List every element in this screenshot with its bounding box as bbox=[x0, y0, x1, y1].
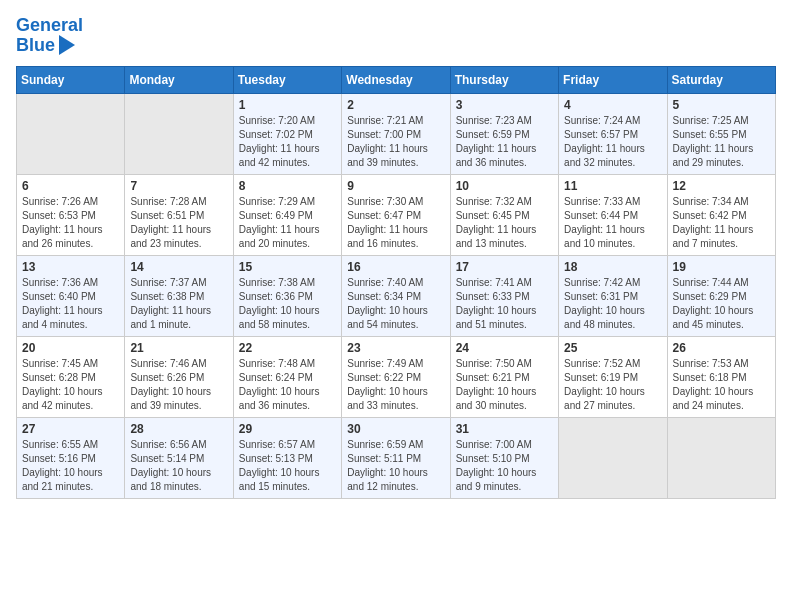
day-number: 22 bbox=[239, 341, 336, 355]
day-info: Sunrise: 7:38 AMSunset: 6:36 PMDaylight:… bbox=[239, 276, 336, 332]
day-info: Sunrise: 7:23 AMSunset: 6:59 PMDaylight:… bbox=[456, 114, 553, 170]
weekday-header-friday: Friday bbox=[559, 66, 667, 93]
calendar-day-cell: 27Sunrise: 6:55 AMSunset: 5:16 PMDayligh… bbox=[17, 417, 125, 498]
calendar-day-cell: 16Sunrise: 7:40 AMSunset: 6:34 PMDayligh… bbox=[342, 255, 450, 336]
calendar-day-cell bbox=[125, 93, 233, 174]
calendar-week-row: 20Sunrise: 7:45 AMSunset: 6:28 PMDayligh… bbox=[17, 336, 776, 417]
calendar-day-cell: 10Sunrise: 7:32 AMSunset: 6:45 PMDayligh… bbox=[450, 174, 558, 255]
day-info: Sunrise: 7:53 AMSunset: 6:18 PMDaylight:… bbox=[673, 357, 770, 413]
calendar-week-row: 27Sunrise: 6:55 AMSunset: 5:16 PMDayligh… bbox=[17, 417, 776, 498]
day-info: Sunrise: 7:24 AMSunset: 6:57 PMDaylight:… bbox=[564, 114, 661, 170]
calendar-day-cell: 13Sunrise: 7:36 AMSunset: 6:40 PMDayligh… bbox=[17, 255, 125, 336]
calendar-day-cell: 5Sunrise: 7:25 AMSunset: 6:55 PMDaylight… bbox=[667, 93, 775, 174]
page-header: General Blue bbox=[16, 16, 776, 56]
calendar-day-cell: 11Sunrise: 7:33 AMSunset: 6:44 PMDayligh… bbox=[559, 174, 667, 255]
day-number: 21 bbox=[130, 341, 227, 355]
day-info: Sunrise: 7:25 AMSunset: 6:55 PMDaylight:… bbox=[673, 114, 770, 170]
calendar-day-cell: 28Sunrise: 6:56 AMSunset: 5:14 PMDayligh… bbox=[125, 417, 233, 498]
day-number: 25 bbox=[564, 341, 661, 355]
day-info: Sunrise: 7:44 AMSunset: 6:29 PMDaylight:… bbox=[673, 276, 770, 332]
calendar-day-cell: 29Sunrise: 6:57 AMSunset: 5:13 PMDayligh… bbox=[233, 417, 341, 498]
calendar-day-cell: 17Sunrise: 7:41 AMSunset: 6:33 PMDayligh… bbox=[450, 255, 558, 336]
calendar-day-cell: 3Sunrise: 7:23 AMSunset: 6:59 PMDaylight… bbox=[450, 93, 558, 174]
day-number: 19 bbox=[673, 260, 770, 274]
day-number: 30 bbox=[347, 422, 444, 436]
calendar-day-cell: 18Sunrise: 7:42 AMSunset: 6:31 PMDayligh… bbox=[559, 255, 667, 336]
calendar-day-cell: 4Sunrise: 7:24 AMSunset: 6:57 PMDaylight… bbox=[559, 93, 667, 174]
day-number: 3 bbox=[456, 98, 553, 112]
calendar-day-cell: 31Sunrise: 7:00 AMSunset: 5:10 PMDayligh… bbox=[450, 417, 558, 498]
day-info: Sunrise: 7:49 AMSunset: 6:22 PMDaylight:… bbox=[347, 357, 444, 413]
calendar-day-cell: 24Sunrise: 7:50 AMSunset: 6:21 PMDayligh… bbox=[450, 336, 558, 417]
calendar-week-row: 1Sunrise: 7:20 AMSunset: 7:02 PMDaylight… bbox=[17, 93, 776, 174]
day-number: 1 bbox=[239, 98, 336, 112]
day-number: 18 bbox=[564, 260, 661, 274]
day-number: 17 bbox=[456, 260, 553, 274]
calendar-day-cell: 26Sunrise: 7:53 AMSunset: 6:18 PMDayligh… bbox=[667, 336, 775, 417]
day-number: 31 bbox=[456, 422, 553, 436]
weekday-header-wednesday: Wednesday bbox=[342, 66, 450, 93]
calendar-day-cell: 12Sunrise: 7:34 AMSunset: 6:42 PMDayligh… bbox=[667, 174, 775, 255]
calendar-day-cell: 8Sunrise: 7:29 AMSunset: 6:49 PMDaylight… bbox=[233, 174, 341, 255]
day-number: 13 bbox=[22, 260, 119, 274]
weekday-header-tuesday: Tuesday bbox=[233, 66, 341, 93]
day-info: Sunrise: 7:21 AMSunset: 7:00 PMDaylight:… bbox=[347, 114, 444, 170]
calendar-day-cell: 1Sunrise: 7:20 AMSunset: 7:02 PMDaylight… bbox=[233, 93, 341, 174]
day-info: Sunrise: 7:48 AMSunset: 6:24 PMDaylight:… bbox=[239, 357, 336, 413]
day-info: Sunrise: 7:40 AMSunset: 6:34 PMDaylight:… bbox=[347, 276, 444, 332]
weekday-header-saturday: Saturday bbox=[667, 66, 775, 93]
day-number: 8 bbox=[239, 179, 336, 193]
calendar-day-cell: 20Sunrise: 7:45 AMSunset: 6:28 PMDayligh… bbox=[17, 336, 125, 417]
logo-blue: Blue bbox=[16, 36, 55, 56]
weekday-header-sunday: Sunday bbox=[17, 66, 125, 93]
day-info: Sunrise: 7:42 AMSunset: 6:31 PMDaylight:… bbox=[564, 276, 661, 332]
calendar-table: SundayMondayTuesdayWednesdayThursdayFrid… bbox=[16, 66, 776, 499]
day-number: 12 bbox=[673, 179, 770, 193]
day-info: Sunrise: 7:37 AMSunset: 6:38 PMDaylight:… bbox=[130, 276, 227, 332]
calendar-day-cell: 23Sunrise: 7:49 AMSunset: 6:22 PMDayligh… bbox=[342, 336, 450, 417]
day-info: Sunrise: 6:57 AMSunset: 5:13 PMDaylight:… bbox=[239, 438, 336, 494]
day-number: 5 bbox=[673, 98, 770, 112]
calendar-day-cell: 9Sunrise: 7:30 AMSunset: 6:47 PMDaylight… bbox=[342, 174, 450, 255]
day-number: 28 bbox=[130, 422, 227, 436]
day-number: 11 bbox=[564, 179, 661, 193]
calendar-day-cell: 2Sunrise: 7:21 AMSunset: 7:00 PMDaylight… bbox=[342, 93, 450, 174]
day-info: Sunrise: 7:36 AMSunset: 6:40 PMDaylight:… bbox=[22, 276, 119, 332]
day-info: Sunrise: 7:29 AMSunset: 6:49 PMDaylight:… bbox=[239, 195, 336, 251]
calendar-week-row: 13Sunrise: 7:36 AMSunset: 6:40 PMDayligh… bbox=[17, 255, 776, 336]
day-info: Sunrise: 7:41 AMSunset: 6:33 PMDaylight:… bbox=[456, 276, 553, 332]
logo-arrow-icon bbox=[59, 35, 75, 55]
day-info: Sunrise: 6:59 AMSunset: 5:11 PMDaylight:… bbox=[347, 438, 444, 494]
day-info: Sunrise: 6:55 AMSunset: 5:16 PMDaylight:… bbox=[22, 438, 119, 494]
day-info: Sunrise: 7:50 AMSunset: 6:21 PMDaylight:… bbox=[456, 357, 553, 413]
logo-general: General bbox=[16, 15, 83, 35]
weekday-header-monday: Monday bbox=[125, 66, 233, 93]
day-number: 26 bbox=[673, 341, 770, 355]
weekday-header-thursday: Thursday bbox=[450, 66, 558, 93]
calendar-week-row: 6Sunrise: 7:26 AMSunset: 6:53 PMDaylight… bbox=[17, 174, 776, 255]
day-info: Sunrise: 7:28 AMSunset: 6:51 PMDaylight:… bbox=[130, 195, 227, 251]
day-info: Sunrise: 7:52 AMSunset: 6:19 PMDaylight:… bbox=[564, 357, 661, 413]
calendar-day-cell: 14Sunrise: 7:37 AMSunset: 6:38 PMDayligh… bbox=[125, 255, 233, 336]
calendar-day-cell bbox=[667, 417, 775, 498]
day-info: Sunrise: 7:32 AMSunset: 6:45 PMDaylight:… bbox=[456, 195, 553, 251]
day-number: 15 bbox=[239, 260, 336, 274]
day-number: 9 bbox=[347, 179, 444, 193]
day-number: 23 bbox=[347, 341, 444, 355]
day-info: Sunrise: 7:20 AMSunset: 7:02 PMDaylight:… bbox=[239, 114, 336, 170]
calendar-day-cell: 15Sunrise: 7:38 AMSunset: 6:36 PMDayligh… bbox=[233, 255, 341, 336]
day-number: 16 bbox=[347, 260, 444, 274]
day-number: 10 bbox=[456, 179, 553, 193]
calendar-day-cell: 30Sunrise: 6:59 AMSunset: 5:11 PMDayligh… bbox=[342, 417, 450, 498]
day-number: 4 bbox=[564, 98, 661, 112]
day-info: Sunrise: 7:30 AMSunset: 6:47 PMDaylight:… bbox=[347, 195, 444, 251]
day-number: 7 bbox=[130, 179, 227, 193]
logo-text: General bbox=[16, 16, 83, 36]
day-info: Sunrise: 7:45 AMSunset: 6:28 PMDaylight:… bbox=[22, 357, 119, 413]
day-number: 2 bbox=[347, 98, 444, 112]
logo: General Blue bbox=[16, 16, 83, 56]
day-info: Sunrise: 7:00 AMSunset: 5:10 PMDaylight:… bbox=[456, 438, 553, 494]
calendar-day-cell: 19Sunrise: 7:44 AMSunset: 6:29 PMDayligh… bbox=[667, 255, 775, 336]
day-info: Sunrise: 7:33 AMSunset: 6:44 PMDaylight:… bbox=[564, 195, 661, 251]
weekday-header-row: SundayMondayTuesdayWednesdayThursdayFrid… bbox=[17, 66, 776, 93]
